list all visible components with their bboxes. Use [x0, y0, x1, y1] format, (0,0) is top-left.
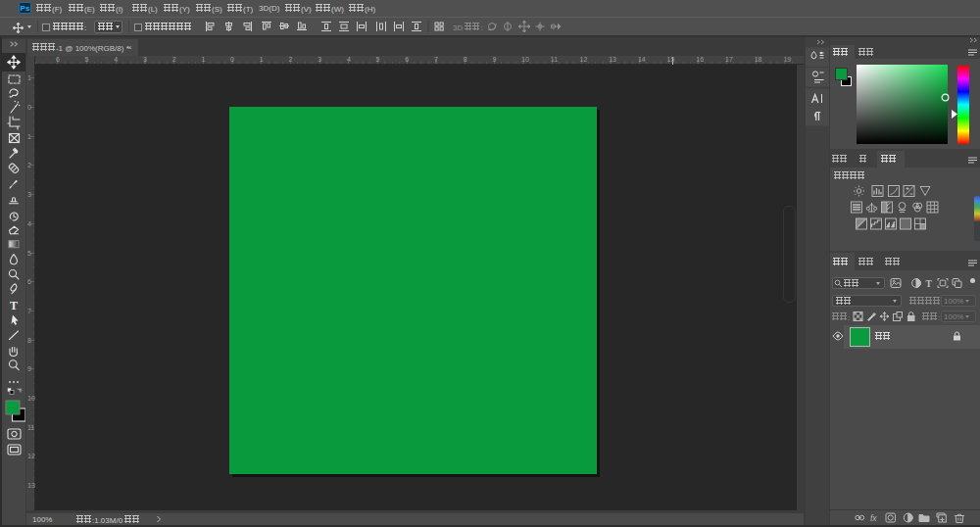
svg-text:fx: fx: [870, 513, 877, 523]
svg-text:T: T: [10, 299, 18, 312]
svg-text:T: T: [926, 279, 933, 289]
